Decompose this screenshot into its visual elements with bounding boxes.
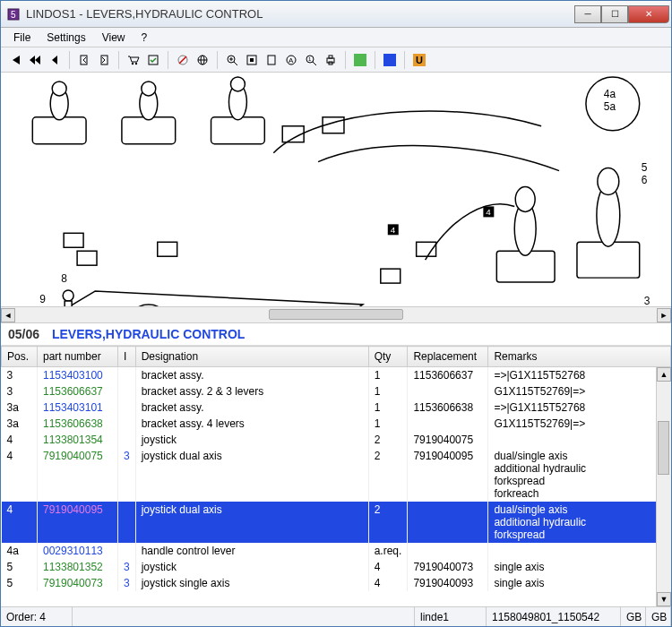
- scroll-right-icon[interactable]: ►: [657, 308, 671, 322]
- note-icon[interactable]: [144, 51, 162, 69]
- col-designation[interactable]: Designation: [135, 347, 368, 367]
- minimize-button[interactable]: ─: [574, 5, 601, 23]
- cell-designation: bracket assy.: [135, 399, 368, 416]
- svg-text:5: 5: [11, 10, 16, 20]
- globe-icon[interactable]: [194, 51, 211, 69]
- svg-point-32: [142, 82, 156, 96]
- table-row[interactable]: 4a0029310113handle control levera.req.: [2, 543, 671, 559]
- menu-view[interactable]: View: [95, 30, 133, 46]
- cell-part-number: 1153403101: [38, 399, 118, 416]
- status-code: 1158049801_1150542: [487, 607, 621, 626]
- fit-page-icon[interactable]: [243, 51, 261, 69]
- table-row[interactable]: 579190400733joystick single axis47919040…: [2, 575, 671, 591]
- menu-help[interactable]: ?: [134, 30, 155, 46]
- cell-remarks: G1X115T52769|=>: [488, 416, 671, 432]
- cell-pos: 3: [2, 383, 38, 399]
- table-row[interactable]: 31153606637bracket assy. 2 & 3 levers1G1…: [2, 383, 671, 399]
- col-pos[interactable]: Pos.: [2, 347, 38, 367]
- cell-qty: 2: [368, 502, 408, 543]
- cell-replacement: [408, 416, 488, 432]
- hscroll-thumb[interactable]: [269, 309, 403, 320]
- scroll-left-icon[interactable]: ◄: [1, 308, 15, 322]
- separator: [69, 51, 70, 69]
- svg-rect-41: [417, 242, 436, 256]
- col-part-number[interactable]: part number: [38, 347, 118, 367]
- cell-part-number: 1133801352: [38, 559, 118, 575]
- status-gb1: GB: [621, 607, 646, 626]
- cell-designation: bracket assy.: [135, 367, 368, 384]
- scroll-down-icon[interactable]: ▼: [657, 592, 671, 606]
- table-row[interactable]: 31153403100bracket assy.11153606637=>|G1…: [2, 367, 671, 384]
- svg-rect-47: [577, 242, 640, 278]
- svg-line-8: [179, 56, 186, 64]
- svg-rect-33: [211, 117, 265, 144]
- table-row[interactable]: 41133801354joystick27919040075: [2, 432, 671, 448]
- bookmark-next-icon[interactable]: [95, 51, 113, 69]
- close-button[interactable]: ✕: [628, 5, 669, 23]
- section-header: 05/06 LEVERS,HYDRAULIC CONTROL: [1, 323, 671, 346]
- col-qty[interactable]: Qty: [368, 347, 408, 367]
- cell-remarks: dual/single axis additional hydraulic fo…: [488, 448, 671, 502]
- separator: [118, 51, 119, 69]
- diagram-hscrollbar[interactable]: ◄ ►: [1, 307, 671, 323]
- table-row[interactable]: 3a1153403101bracket assy.11153606638=>|G…: [2, 399, 671, 416]
- green-square-icon[interactable]: [351, 51, 369, 69]
- cell-part-number: 1133801354: [38, 432, 118, 448]
- menu-file[interactable]: File: [6, 30, 38, 46]
- svg-rect-42: [381, 269, 401, 283]
- table-row[interactable]: 511338013523joystick47919040073single ax…: [2, 559, 671, 575]
- svg-text:1: 1: [308, 56, 312, 62]
- cell-qty: 1: [368, 416, 408, 432]
- cell-part-number: 1153606637: [38, 383, 118, 399]
- svg-point-5: [135, 62, 137, 64]
- table-row[interactable]: 479190400753joystick dual axis2791904009…: [2, 448, 671, 502]
- cell-remarks: single axis: [488, 559, 671, 575]
- reset-zoom-icon[interactable]: 1: [302, 51, 320, 69]
- blue-square-icon[interactable]: [381, 51, 399, 69]
- zoom-in-icon[interactable]: [223, 51, 241, 69]
- svg-rect-25: [329, 56, 332, 58]
- parts-diagram[interactable]: 4a 5a 5 6 4 4 4 3 8 9 2: [1, 73, 671, 307]
- cell-part-number: 7919040075: [38, 448, 118, 502]
- cell-qty: 2: [368, 432, 408, 448]
- titlebar: 5 LINDOS1 - LEVERS,HYDRAULIC CONTROL ─ ☐…: [1, 1, 671, 28]
- col-remarks[interactable]: Remarks: [488, 347, 671, 367]
- bookmark-prev-icon[interactable]: [75, 51, 93, 69]
- vscroll-thumb[interactable]: [658, 421, 669, 475]
- cell-replacement: 1153606637: [408, 367, 488, 384]
- scroll-up-icon[interactable]: ▲: [657, 367, 671, 382]
- cell-remarks: =>|G1X115T52768: [488, 399, 671, 416]
- cell-pos: 3: [2, 367, 38, 384]
- cell-qty: 2: [368, 448, 408, 502]
- menu-settings[interactable]: Settings: [39, 30, 92, 46]
- col-i[interactable]: I: [118, 347, 136, 367]
- print-icon[interactable]: [322, 51, 340, 69]
- cell-designation: handle control lever: [135, 543, 368, 559]
- svg-point-53: [63, 290, 73, 301]
- svg-rect-30: [122, 117, 176, 144]
- col-replacement[interactable]: Replacement: [408, 347, 488, 367]
- first-icon[interactable]: [6, 51, 24, 69]
- u-icon[interactable]: U: [410, 51, 428, 69]
- filter-a-icon[interactable]: [174, 51, 192, 69]
- table-row[interactable]: 3a1153606638bracket assy. 4 levers1G1X11…: [2, 416, 671, 432]
- page-icon[interactable]: [263, 51, 280, 69]
- table-row[interactable]: 47919040095joystick dual axis2dual/singl…: [2, 502, 671, 543]
- svg-line-22: [313, 62, 316, 65]
- rewind-icon[interactable]: [26, 51, 44, 69]
- cell-remarks: dual/single axis additional hydraulic fo…: [488, 502, 671, 543]
- maximize-button[interactable]: ☐: [601, 5, 628, 23]
- cell-qty: 4: [368, 575, 408, 591]
- cell-i: 3: [118, 559, 136, 575]
- grid-vscrollbar[interactable]: ▲ ▼: [656, 367, 671, 606]
- cell-i: [118, 543, 136, 559]
- svg-point-4: [132, 62, 134, 64]
- cell-qty: 1: [368, 383, 408, 399]
- back-icon[interactable]: [46, 51, 64, 69]
- cell-replacement: 1153606638: [408, 399, 488, 416]
- cell-qty: 1: [368, 399, 408, 416]
- rotate-icon[interactable]: A: [282, 51, 300, 69]
- cell-replacement: 7919040095: [408, 448, 488, 502]
- statusbar: Order: 4 linde1 1158049801_1150542 GB GB: [1, 606, 671, 626]
- cart-icon[interactable]: [125, 51, 142, 69]
